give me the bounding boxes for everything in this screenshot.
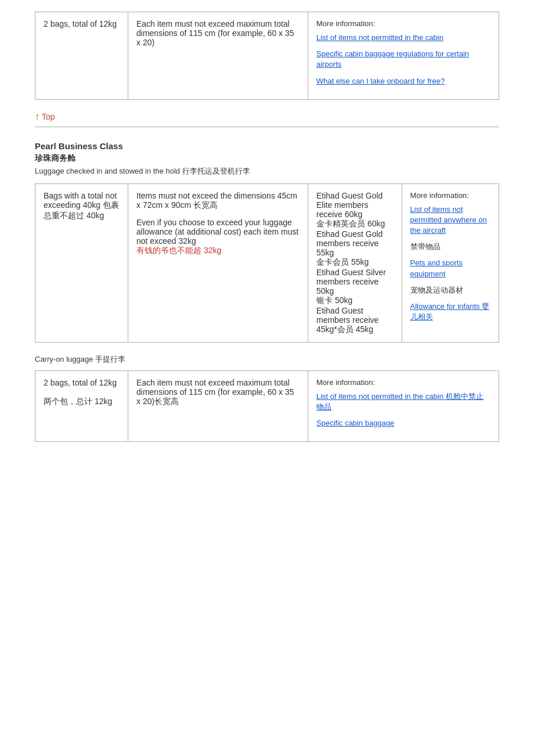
more-info-label: More information:	[316, 19, 490, 28]
pearl-silver: Etihad Guest Silver members receive 50kg	[316, 268, 394, 296]
pearl-col-dimensions: Items must not exceed the dimensions 45c…	[128, 183, 308, 342]
carry-bags-text1: 2 bags, total of 12kg	[44, 378, 120, 387]
top-carry-on-table: 2 bags, total of 12kg Each item must not…	[35, 12, 499, 100]
carry-col-dimensions: Each item must not exceed maximum total …	[128, 370, 308, 442]
top-nav-area: ↑ Top	[35, 111, 499, 122]
pearl-subtitle: 珍珠商务舱	[35, 153, 499, 164]
not-permitted-cabin-link[interactable]: List of items not permitted in the cabin	[316, 33, 490, 43]
carry-bags-cn: 两个包，总计 12kg	[44, 397, 120, 407]
pearl-members: Etihad Guest members receive 45kg*会员 45k…	[316, 306, 394, 335]
what-else-onboard-link[interactable]: What else can I take onboard for free?	[316, 76, 490, 87]
pearl-bags-text1: Bags with a total not exceeding 40kg 包裹	[44, 191, 120, 211]
table-row: Bags with a total not exceeding 40kg 包裹 …	[35, 183, 499, 342]
carry-col-bags: 2 bags, total of 12kg 两个包，总计 12kg	[35, 370, 128, 442]
pearl-gold-elite-cn: 金卡精英会员 60kg	[316, 219, 394, 229]
top-link[interactable]: Top	[42, 112, 55, 121]
pearl-carry-on-table: 2 bags, total of 12kg 两个包，总计 12kg Each i…	[35, 370, 499, 442]
carry-dim-text: Each item must not exceed maximum total …	[136, 378, 294, 406]
dimensions-text: Each item must not exceed maximum total …	[136, 19, 294, 47]
pearl-dim-text1: Items must not exceed the dimensions 45c…	[136, 191, 300, 211]
pearl-gold: Etihad Guest Gold members receive 55kg	[316, 229, 394, 257]
pearl-more-info-label: More information:	[410, 191, 490, 200]
pearl-gold-elite: Etihad Guest Gold Elite members receive …	[316, 191, 394, 219]
table-row: 2 bags, total of 12kg Each item must not…	[35, 12, 499, 100]
pearl-not-permitted-link[interactable]: List of items not permitted anywhere on …	[410, 204, 490, 236]
pearl-gold-cn: 金卡会员 55kg	[316, 257, 394, 268]
pearl-not-permitted-cn: 禁带物品	[410, 242, 490, 252]
section-divider	[35, 127, 499, 127]
pearl-col-bags: Bags with a total not exceeding 40kg 包裹 …	[35, 183, 128, 342]
pearl-checked-table: Bags with a total not exceeding 40kg 包裹 …	[35, 183, 499, 343]
bags-weight: 2 bags, total of 12kg	[44, 19, 117, 28]
pearl-dim-red: 有钱的爷也不能超 32kg	[136, 246, 300, 256]
pearl-bags-text2: 总重不超过 40kg	[44, 211, 120, 221]
col-more-info: More information: List of items not perm…	[308, 12, 499, 100]
pearl-title: Pearl Business Class	[35, 141, 499, 151]
pearl-pets-link[interactable]: Pets and sports equipment	[410, 258, 490, 279]
carry-cabin-baggage-link[interactable]: Specific cabin baggage	[316, 418, 490, 429]
carry-col-more-info: More information: List of items not perm…	[308, 370, 499, 442]
pearl-silver-cn: 银卡 50kg	[316, 296, 394, 306]
pearl-pets-cn: 宠物及运动器材	[410, 285, 490, 296]
cabin-baggage-regs-link[interactable]: Specific cabin baggage regulations for c…	[316, 49, 490, 70]
carry-on-label: Carry-on luggage 手提行李	[35, 354, 499, 365]
col-dimensions: Each item must not exceed maximum total …	[128, 12, 308, 100]
pearl-col-members: Etihad Guest Gold Elite members receive …	[308, 183, 402, 342]
carry-more-info-label: More information:	[316, 378, 490, 387]
pearl-dim-text2: Even if you choose to exceed your luggag…	[136, 218, 300, 246]
col-bags: 2 bags, total of 12kg	[35, 12, 128, 100]
table-row: 2 bags, total of 12kg 两个包，总计 12kg Each i…	[35, 370, 499, 442]
pearl-infants-link[interactable]: Allowance for infants 婴儿相关	[410, 301, 490, 322]
pearl-desc: Luggage checked in and stowed in the hol…	[35, 166, 499, 177]
carry-not-permitted-link[interactable]: List of items not permitted in the cabin…	[316, 391, 490, 412]
top-arrow-icon: ↑	[35, 111, 39, 122]
pearl-col-more-info: More information: List of items not perm…	[402, 183, 499, 342]
